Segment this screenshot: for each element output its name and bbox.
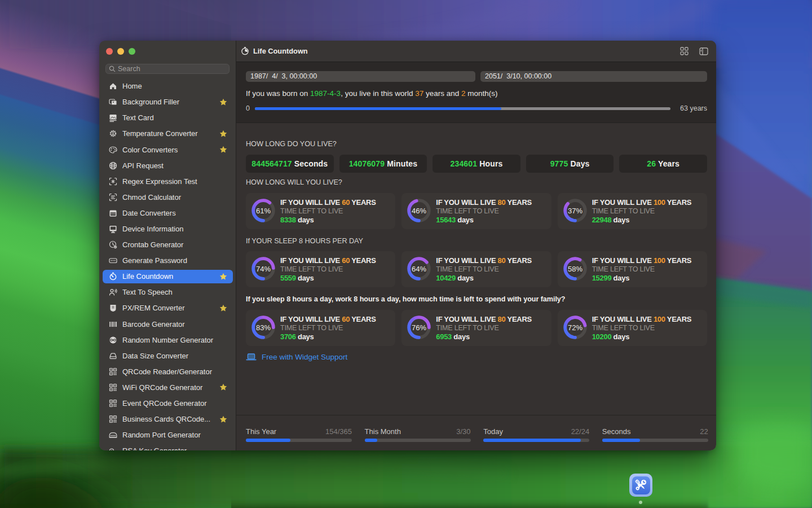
svg-text:72%: 72%: [568, 323, 582, 331]
svg-text:83%: 83%: [256, 323, 271, 331]
svg-text:37%: 37%: [568, 206, 582, 214]
svg-text:74%: 74%: [256, 264, 271, 273]
svg-text:58%: 58%: [568, 264, 582, 273]
svg-text:61%: 61%: [256, 206, 271, 214]
svg-text:76%: 76%: [412, 323, 426, 331]
svg-text:46%: 46%: [412, 206, 426, 214]
svg-text:64%: 64%: [412, 264, 426, 273]
